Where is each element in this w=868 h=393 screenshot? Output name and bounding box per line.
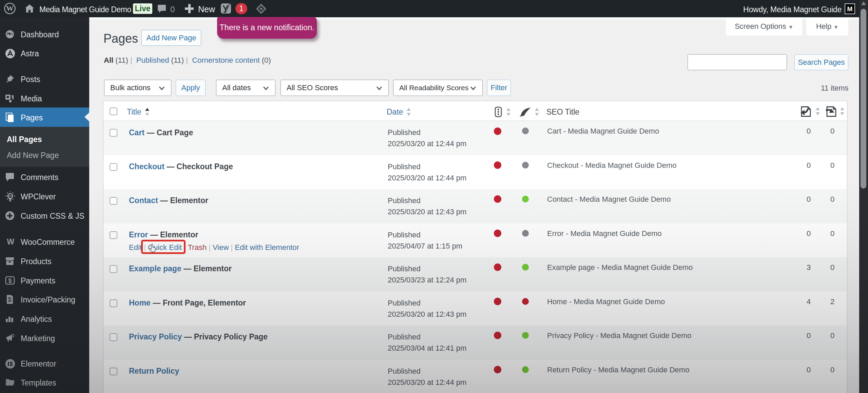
- svg-text:WPC: WPC: [7, 195, 13, 197]
- svg-text:$: $: [8, 277, 12, 284]
- svg-text:W: W: [6, 4, 14, 13]
- svg-text:W: W: [7, 237, 14, 246]
